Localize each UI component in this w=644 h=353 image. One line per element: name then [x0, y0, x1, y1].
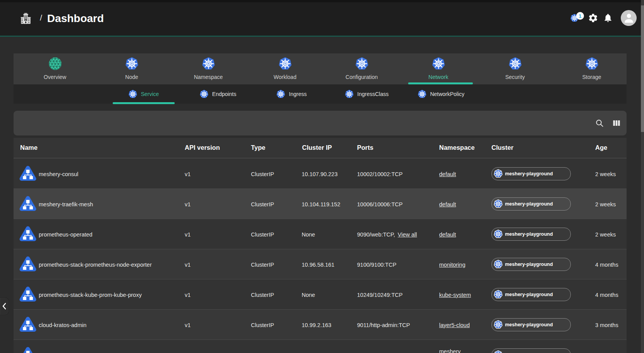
- svg-text:1: 1: [579, 13, 582, 19]
